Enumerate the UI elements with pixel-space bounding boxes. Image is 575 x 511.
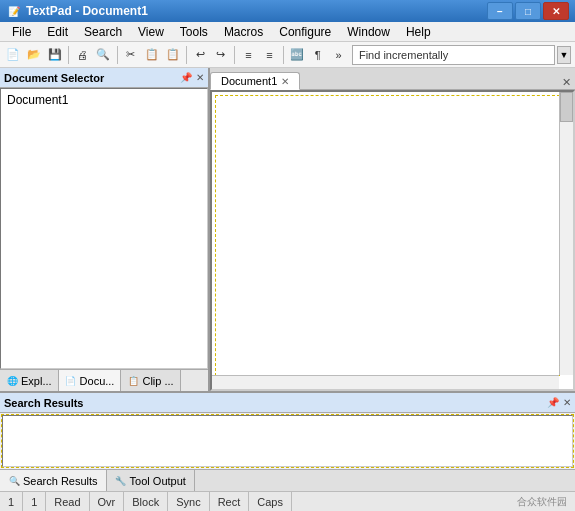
editor-area[interactable] <box>210 90 575 391</box>
menu-search[interactable]: Search <box>76 23 130 41</box>
search-tab-results[interactable]: 🔍 Search Results <box>0 470 107 491</box>
find-label: Find incrementally <box>355 49 452 61</box>
status-block: Block <box>124 492 168 511</box>
menu-window[interactable]: Window <box>339 23 398 41</box>
workspace: Document Selector 📌 ✕ Document1 🌐 Expl..… <box>0 68 575 391</box>
menu-bar: File Edit Search View Tools Macros Confi… <box>0 22 575 42</box>
maximize-button[interactable]: □ <box>515 2 541 20</box>
search-tab-output[interactable]: 🔧 Tool Output <box>107 470 195 491</box>
status-rect: Rect <box>210 492 250 511</box>
sep1 <box>68 46 69 64</box>
status-ovr: Ovr <box>90 492 125 511</box>
vertical-scrollbar[interactable] <box>559 92 573 375</box>
align-left-button[interactable]: ≡ <box>239 44 258 66</box>
explorer-icon: 🌐 <box>6 375 18 387</box>
doc-tab-0[interactable]: Document1 ✕ <box>210 72 300 90</box>
new-button[interactable]: 📄 <box>4 44 23 66</box>
tab-clipboard-label: Clip ... <box>142 375 173 387</box>
clipboard-icon: 📋 <box>127 375 139 387</box>
status-caps: Caps <box>249 492 292 511</box>
panel-controls: 📌 ✕ <box>180 72 204 83</box>
redo-button[interactable]: ↪ <box>212 44 231 66</box>
search-pin-icon[interactable]: 📌 <box>547 397 559 408</box>
format-button[interactable]: 🔤 <box>288 44 307 66</box>
pin-icon[interactable]: 📌 <box>180 72 192 83</box>
status-col: 1 <box>23 492 46 511</box>
horizontal-scrollbar[interactable] <box>212 375 559 389</box>
main-area: Document Selector 📌 ✕ Document1 🌐 Expl..… <box>0 68 575 491</box>
sep4 <box>234 46 235 64</box>
right-panel-close-btn[interactable]: ✕ <box>558 76 575 89</box>
status-read: Read <box>46 492 89 511</box>
search-content <box>2 415 573 467</box>
open-button[interactable]: 📂 <box>25 44 44 66</box>
search-tab-output-label: Tool Output <box>130 475 186 487</box>
title-text: TextPad - Document1 <box>26 4 487 18</box>
tab-clipboard[interactable]: 📋 Clip ... <box>121 370 180 391</box>
left-panel: Document Selector 📌 ✕ Document1 🌐 Expl..… <box>0 68 210 391</box>
align-right-button[interactable]: ≡ <box>260 44 279 66</box>
find-bar: Find incrementally <box>352 45 555 65</box>
watermark: 合众软件园 <box>509 495 575 509</box>
search-tab-results-label: Search Results <box>23 475 98 487</box>
print-preview-button[interactable]: 🔍 <box>94 44 113 66</box>
search-controls: 📌 ✕ <box>547 397 571 408</box>
paste-button[interactable]: 📋 <box>163 44 182 66</box>
doc-selector-content[interactable]: Document1 <box>0 88 208 369</box>
status-bar: 1 1 Read Ovr Block Sync Rect Caps 合众软件园 <box>0 491 575 511</box>
search-results-icon: 🔍 <box>8 475 20 487</box>
menu-configure[interactable]: Configure <box>271 23 339 41</box>
close-button[interactable]: ✕ <box>543 2 569 20</box>
menu-edit[interactable]: Edit <box>39 23 76 41</box>
doc-item[interactable]: Document1 <box>3 91 205 109</box>
cut-button[interactable]: ✂ <box>122 44 141 66</box>
paragraph-button[interactable]: ¶ <box>308 44 327 66</box>
more-button[interactable]: » <box>329 44 348 66</box>
sep5 <box>283 46 284 64</box>
close-panel-button[interactable]: ✕ <box>196 72 204 83</box>
editor-content[interactable] <box>216 96 559 375</box>
tab-explorer[interactable]: 🌐 Expl... <box>0 370 59 391</box>
search-title: Search Results <box>4 397 83 409</box>
menu-tools[interactable]: Tools <box>172 23 216 41</box>
right-panel: Document1 ✕ ✕ <box>210 68 575 391</box>
sep2 <box>117 46 118 64</box>
menu-help[interactable]: Help <box>398 23 439 41</box>
minimize-button[interactable]: − <box>487 2 513 20</box>
doc-tabs: Document1 ✕ ✕ <box>210 68 575 90</box>
find-next-button[interactable]: ▼ <box>557 46 571 64</box>
status-line: 1 <box>0 492 23 511</box>
status-sync: Sync <box>168 492 209 511</box>
tab-explorer-label: Expl... <box>21 375 52 387</box>
sep3 <box>186 46 187 64</box>
panel-tabs: 🌐 Expl... 📄 Docu... 📋 Clip ... <box>0 369 208 391</box>
menu-view[interactable]: View <box>130 23 172 41</box>
search-results-panel: Search Results 📌 ✕ 🔍 Search Results 🔧 To… <box>0 391 575 491</box>
search-close-button[interactable]: ✕ <box>563 397 571 408</box>
print-button[interactable]: 🖨 <box>73 44 92 66</box>
scrollbar-thumb-v[interactable] <box>560 92 573 122</box>
doc-selector-header: Document Selector 📌 ✕ <box>0 68 208 88</box>
title-bar: 📝 TextPad - Document1 − □ ✕ <box>0 0 575 22</box>
search-header: Search Results 📌 ✕ <box>0 393 575 413</box>
toolbar: 📄 📂 💾 🖨 🔍 ✂ 📋 📋 ↩ ↪ ≡ ≡ 🔤 ¶ » Find incre… <box>0 42 575 68</box>
doc-tab-close[interactable]: ✕ <box>281 76 289 87</box>
doc-tab-label: Document1 <box>221 75 277 87</box>
copy-button[interactable]: 📋 <box>142 44 161 66</box>
tool-output-icon: 🔧 <box>115 475 127 487</box>
doc-selector-title: Document Selector <box>4 72 104 84</box>
save-button[interactable]: 💾 <box>46 44 65 66</box>
tab-documents-label: Docu... <box>80 375 115 387</box>
undo-button[interactable]: ↩ <box>191 44 210 66</box>
app-icon: 📝 <box>6 3 22 19</box>
search-tabs: 🔍 Search Results 🔧 Tool Output <box>0 469 575 491</box>
documents-icon: 📄 <box>65 375 77 387</box>
menu-macros[interactable]: Macros <box>216 23 271 41</box>
window-controls: − □ ✕ <box>487 2 569 20</box>
tab-documents[interactable]: 📄 Docu... <box>59 370 122 391</box>
menu-file[interactable]: File <box>4 23 39 41</box>
find-input[interactable] <box>452 49 552 61</box>
